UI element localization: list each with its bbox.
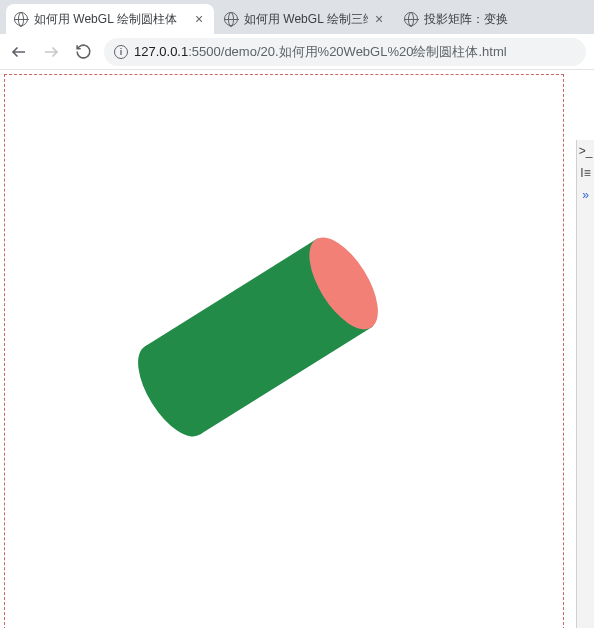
devtools-console-icon[interactable]: I≡ [577, 162, 594, 184]
reload-button[interactable] [72, 41, 94, 63]
url-path: /demo/20.如何用%20WebGL%20绘制圆柱体.html [221, 44, 507, 59]
tab-inactive[interactable]: 如何用 WebGL 绘制三维立方体 × [216, 4, 394, 34]
close-icon[interactable]: × [372, 12, 386, 26]
address-bar[interactable]: i 127.0.0.1:5500/demo/20.如何用%20WebGL%20绘… [104, 38, 586, 66]
tab-title: 如何用 WebGL 绘制圆柱体 [34, 11, 188, 28]
tab-strip: 如何用 WebGL 绘制圆柱体 × 如何用 WebGL 绘制三维立方体 × 投影… [0, 0, 594, 34]
url-port: :5500 [188, 44, 221, 59]
url-text: 127.0.0.1:5500/demo/20.如何用%20WebGL%20绘制圆… [134, 43, 576, 61]
url-host: 127.0.0.1 [134, 44, 188, 59]
webgl-canvas[interactable] [4, 74, 564, 628]
site-info-icon[interactable]: i [114, 45, 128, 59]
browser-window: 如何用 WebGL 绘制圆柱体 × 如何用 WebGL 绘制三维立方体 × 投影… [0, 0, 594, 628]
globe-icon [14, 12, 28, 26]
devtools-expand-icon[interactable]: » [577, 184, 594, 206]
tab-title: 如何用 WebGL 绘制三维立方体 [244, 11, 368, 28]
close-icon[interactable]: × [192, 12, 206, 26]
back-button[interactable] [8, 41, 30, 63]
globe-icon [404, 12, 418, 26]
page-content: >_ I≡ » [0, 70, 594, 628]
devtools-edge[interactable]: >_ I≡ » [576, 140, 594, 628]
globe-icon [224, 12, 238, 26]
forward-button [40, 41, 62, 63]
tab-title: 投影矩阵：变换 [424, 11, 508, 28]
toolbar: i 127.0.0.1:5500/demo/20.如何用%20WebGL%20绘… [0, 34, 594, 70]
tab-active[interactable]: 如何用 WebGL 绘制圆柱体 × [6, 4, 214, 34]
devtools-styles-icon[interactable]: >_ [577, 140, 594, 162]
cylinder-shape [124, 227, 391, 448]
tab-inactive[interactable]: 投影矩阵：变换 [396, 4, 516, 34]
